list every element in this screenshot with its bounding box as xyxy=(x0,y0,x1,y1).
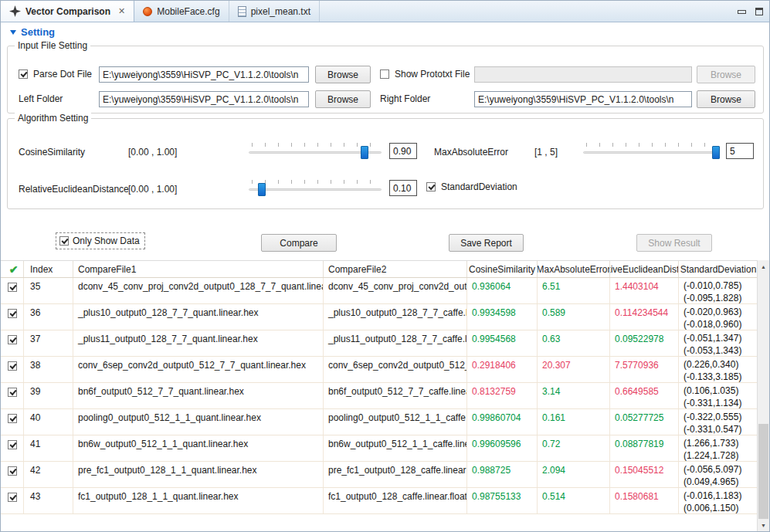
prototxt-path-input xyxy=(474,66,692,83)
max-abs-value-input[interactable] xyxy=(726,143,754,159)
slider-thumb[interactable] xyxy=(258,183,266,196)
table-scrollbar[interactable]: ▲ ▼ xyxy=(757,260,769,531)
slider-track[interactable] xyxy=(249,188,382,191)
parse-dot-file-checkbox[interactable] xyxy=(19,69,28,79)
cosine-similarity-label: CosineSimilarity xyxy=(19,147,85,158)
slider-thumb[interactable] xyxy=(361,146,368,159)
dot-file-path-input[interactable] xyxy=(99,66,309,83)
cfg-file-icon xyxy=(143,7,152,16)
tab-pixel-mean-txt[interactable]: pixel_mean.txt xyxy=(229,1,320,22)
table-row[interactable]: 41bn6w_output0_512_1_1_quant.linear.hexb… xyxy=(1,435,758,462)
col-index[interactable]: Index xyxy=(24,261,73,277)
table-row[interactable]: 35dconv_45_conv_proj_conv2d_output0_128_… xyxy=(1,278,758,304)
cell-max-absolute-error: 0.161 xyxy=(538,409,610,435)
cosine-value-input[interactable] xyxy=(389,143,417,159)
scroll-down-icon[interactable]: ▼ xyxy=(758,519,769,531)
row-checkbox[interactable] xyxy=(8,466,17,476)
table-body: 35dconv_45_conv_proj_conv2d_output0_128_… xyxy=(1,278,758,514)
table-row[interactable]: 38conv_6sep_conv2d_output0_512_7_7_quant… xyxy=(1,357,758,383)
cell-comparefile1: _plus10_output0_128_7_7_quant.linear.hex xyxy=(73,304,324,330)
save-report-button[interactable]: Save Report xyxy=(449,234,524,252)
slider-track[interactable] xyxy=(583,151,716,154)
cell-cosine-similarity: 0.99860704 xyxy=(467,409,538,435)
compare-button[interactable]: Compare xyxy=(261,234,337,252)
tab-vector-comparison[interactable]: Vector Comparison ✕ xyxy=(1,1,134,22)
cell-index: 36 xyxy=(24,304,73,330)
row-checkbox[interactable] xyxy=(8,283,17,292)
vector-comparison-icon xyxy=(9,5,21,17)
cell-standard-deviation: (-0.020,0.963)(-0.018,0.960) xyxy=(679,304,758,330)
cell-index: 43 xyxy=(24,488,73,513)
col-standard-deviation[interactable]: StandardDeviation xyxy=(679,261,758,277)
row-select-cell xyxy=(1,357,24,382)
max-absolute-error-slider[interactable] xyxy=(583,141,716,161)
table-row[interactable]: 39bn6f_output0_512_7_7_quant.linear.hexb… xyxy=(1,383,758,409)
check-all-icon[interactable]: ✔ xyxy=(9,263,19,276)
close-tab-icon[interactable]: ✕ xyxy=(118,6,125,16)
row-checkbox[interactable] xyxy=(8,440,17,449)
rel-euclid-value-input[interactable] xyxy=(389,180,417,196)
left-folder-path-input[interactable] xyxy=(99,91,309,107)
table-row[interactable]: 43fc1_output0_128_1_1_quant.linear.hexfc… xyxy=(1,488,758,514)
group-legend: Algorithm Setting xyxy=(15,113,91,124)
show-prototxt-checkbox[interactable] xyxy=(380,69,389,79)
tab-label: pixel_mean.txt xyxy=(251,6,310,17)
row-checkbox[interactable] xyxy=(8,309,17,318)
browse-right-folder-button[interactable]: Browse xyxy=(697,90,755,108)
rel-euclid-range-label: [0.00 , 1.00] xyxy=(128,184,177,195)
tab-mobileface-cfg[interactable]: MobileFace.cfg xyxy=(134,1,229,22)
col-relative-euclidean-distance[interactable]: RelativeEuclideanDistance xyxy=(610,261,679,277)
max-absolute-error-label: MaxAbsoluteError xyxy=(434,147,508,158)
right-folder-path-input[interactable] xyxy=(474,91,692,107)
scroll-thumb[interactable] xyxy=(758,424,768,520)
table-row[interactable]: 36_plus10_output0_128_7_7_quant.linear.h… xyxy=(1,304,758,330)
chevron-down-icon xyxy=(10,30,16,35)
table-row[interactable]: 40pooling0_output0_512_1_1_quant.linear.… xyxy=(1,409,758,435)
minimize-icon[interactable] xyxy=(738,10,746,14)
cell-standard-deviation: (1.266,1.733)(1.224,1.728) xyxy=(679,435,758,461)
only-show-data-checkbox[interactable] xyxy=(59,236,69,246)
cell-relative-euclidean-distance: 0.09522978 xyxy=(610,330,679,356)
table-row[interactable]: 37_plus11_output0_128_7_7_quant.linear.h… xyxy=(1,330,758,357)
table-row[interactable]: 42pre_fc1_output0_128_1_1_quant.linear.h… xyxy=(1,462,758,488)
input-file-setting-group: Input File Setting Parse Dot File Browse… xyxy=(7,46,764,114)
slider-thumb[interactable] xyxy=(712,146,720,159)
setting-section-header[interactable]: Setting xyxy=(10,26,55,38)
cell-max-absolute-error: 0.72 xyxy=(538,435,610,461)
cell-comparefile1: bn6w_output0_512_1_1_quant.linear.hex xyxy=(73,435,324,461)
scroll-up-icon[interactable]: ▲ xyxy=(758,260,769,273)
cell-comparefile2: dconv_45_conv_proj_conv2d_output0_128 xyxy=(324,278,467,303)
relative-euclidean-distance-slider[interactable] xyxy=(249,178,382,198)
cell-standard-deviation: (0.226,0.340)(-0.133,3.185) xyxy=(679,357,758,382)
app-window: Vector Comparison ✕ MobileFace.cfg pixel… xyxy=(0,0,770,532)
cell-max-absolute-error: 2.094 xyxy=(538,462,610,487)
cell-comparefile1: pooling0_output0_512_1_1_quant.linear.he… xyxy=(73,409,324,435)
cell-max-absolute-error: 0.589 xyxy=(538,304,610,330)
row-checkbox[interactable] xyxy=(8,335,17,344)
only-show-data-control[interactable]: Only Show Data xyxy=(56,232,145,249)
row-checkbox[interactable] xyxy=(8,361,17,371)
cell-comparefile1: conv_6sep_conv2d_output0_512_7_7_quant.l… xyxy=(73,357,324,382)
browse-left-folder-button[interactable]: Browse xyxy=(315,90,371,108)
maximize-icon[interactable] xyxy=(755,8,763,15)
cell-comparefile1: dconv_45_conv_proj_conv2d_output0_128_7_… xyxy=(73,278,324,303)
col-cosine-similarity[interactable]: CosineSimilarity xyxy=(467,261,538,277)
col-comparefile1[interactable]: CompareFile1 xyxy=(73,261,324,277)
row-checkbox[interactable] xyxy=(8,414,17,423)
col-max-absolute-error[interactable]: MaxAbsoluteError xyxy=(538,261,610,277)
cell-relative-euclidean-distance: 1.4403104 xyxy=(610,278,679,303)
browse-dot-file-button[interactable]: Browse xyxy=(315,66,371,83)
cell-cosine-similarity: 0.936064 xyxy=(467,278,538,303)
col-comparefile2[interactable]: CompareFile2 xyxy=(324,261,467,277)
results-table: ✔ Index CompareFile1 CompareFile2 Cosine… xyxy=(1,260,758,531)
standard-deviation-checkbox[interactable] xyxy=(426,182,436,191)
row-checkbox[interactable] xyxy=(8,388,17,397)
table-header: ✔ Index CompareFile1 CompareFile2 Cosine… xyxy=(1,261,758,278)
cell-comparefile2: pooling0_output0_512_1_1_caffe xyxy=(324,409,467,435)
cell-comparefile1: fc1_output0_128_1_1_quant.linear.hex xyxy=(73,488,324,513)
cell-comparefile2: bn6f_output0_512_7_7_caffe.linear xyxy=(324,383,467,408)
cell-index: 35 xyxy=(24,278,73,303)
cosine-similarity-slider[interactable] xyxy=(249,141,382,161)
cell-relative-euclidean-distance: 0.05277725 xyxy=(610,409,679,435)
row-checkbox[interactable] xyxy=(8,493,17,502)
